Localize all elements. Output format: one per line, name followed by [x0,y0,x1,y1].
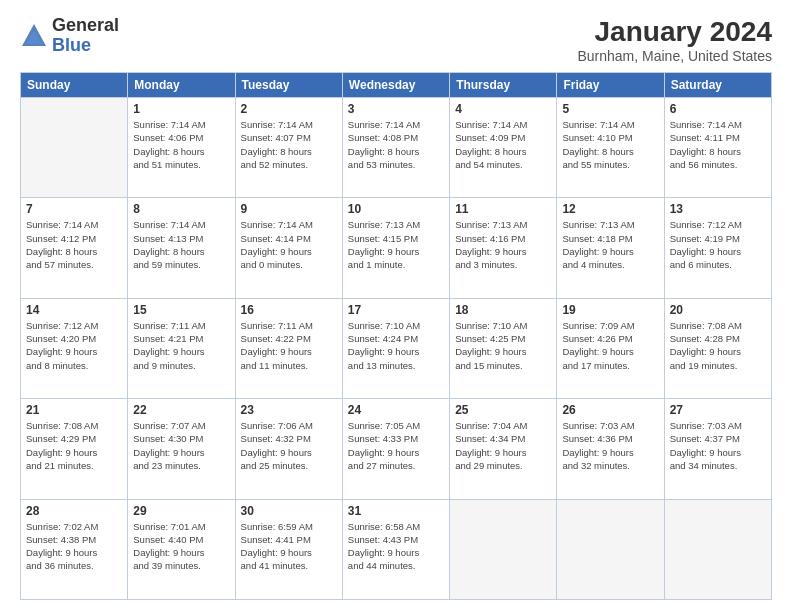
table-row [664,499,771,599]
logo-icon [20,22,48,50]
day-number: 29 [133,504,229,518]
col-saturday: Saturday [664,73,771,98]
day-info: Sunrise: 7:13 AMSunset: 4:18 PMDaylight:… [562,218,658,271]
day-number: 31 [348,504,444,518]
day-number: 13 [670,202,766,216]
day-info: Sunrise: 7:14 AMSunset: 4:12 PMDaylight:… [26,218,122,271]
table-row: 29Sunrise: 7:01 AMSunset: 4:40 PMDayligh… [128,499,235,599]
day-info: Sunrise: 7:14 AMSunset: 4:06 PMDaylight:… [133,118,229,171]
page: General Blue January 2024 Burnham, Maine… [0,0,792,612]
day-info: Sunrise: 6:58 AMSunset: 4:43 PMDaylight:… [348,520,444,573]
day-number: 9 [241,202,337,216]
day-number: 23 [241,403,337,417]
logo-blue: Blue [52,36,119,56]
day-info: Sunrise: 7:04 AMSunset: 4:34 PMDaylight:… [455,419,551,472]
day-info: Sunrise: 7:10 AMSunset: 4:25 PMDaylight:… [455,319,551,372]
day-number: 24 [348,403,444,417]
calendar-week-5: 28Sunrise: 7:02 AMSunset: 4:38 PMDayligh… [21,499,772,599]
table-row [450,499,557,599]
logo-general: General [52,16,119,36]
logo: General Blue [20,16,119,56]
col-friday: Friday [557,73,664,98]
day-number: 18 [455,303,551,317]
table-row: 13Sunrise: 7:12 AMSunset: 4:19 PMDayligh… [664,198,771,298]
table-row: 19Sunrise: 7:09 AMSunset: 4:26 PMDayligh… [557,298,664,398]
col-monday: Monday [128,73,235,98]
table-row: 18Sunrise: 7:10 AMSunset: 4:25 PMDayligh… [450,298,557,398]
day-info: Sunrise: 7:14 AMSunset: 4:13 PMDaylight:… [133,218,229,271]
header: General Blue January 2024 Burnham, Maine… [20,16,772,64]
day-info: Sunrise: 7:07 AMSunset: 4:30 PMDaylight:… [133,419,229,472]
table-row: 12Sunrise: 7:13 AMSunset: 4:18 PMDayligh… [557,198,664,298]
col-tuesday: Tuesday [235,73,342,98]
logo-text: General Blue [52,16,119,56]
calendar-week-4: 21Sunrise: 7:08 AMSunset: 4:29 PMDayligh… [21,399,772,499]
table-row: 17Sunrise: 7:10 AMSunset: 4:24 PMDayligh… [342,298,449,398]
table-row: 27Sunrise: 7:03 AMSunset: 4:37 PMDayligh… [664,399,771,499]
day-number: 25 [455,403,551,417]
calendar-week-2: 7Sunrise: 7:14 AMSunset: 4:12 PMDaylight… [21,198,772,298]
day-number: 2 [241,102,337,116]
day-info: Sunrise: 6:59 AMSunset: 4:41 PMDaylight:… [241,520,337,573]
table-row: 3Sunrise: 7:14 AMSunset: 4:08 PMDaylight… [342,98,449,198]
day-info: Sunrise: 7:12 AMSunset: 4:19 PMDaylight:… [670,218,766,271]
day-number: 28 [26,504,122,518]
day-info: Sunrise: 7:14 AMSunset: 4:08 PMDaylight:… [348,118,444,171]
table-row: 22Sunrise: 7:07 AMSunset: 4:30 PMDayligh… [128,399,235,499]
table-row: 26Sunrise: 7:03 AMSunset: 4:36 PMDayligh… [557,399,664,499]
table-row: 16Sunrise: 7:11 AMSunset: 4:22 PMDayligh… [235,298,342,398]
table-row: 21Sunrise: 7:08 AMSunset: 4:29 PMDayligh… [21,399,128,499]
day-info: Sunrise: 7:12 AMSunset: 4:20 PMDaylight:… [26,319,122,372]
title-location: Burnham, Maine, United States [577,48,772,64]
table-row: 10Sunrise: 7:13 AMSunset: 4:15 PMDayligh… [342,198,449,298]
table-row: 28Sunrise: 7:02 AMSunset: 4:38 PMDayligh… [21,499,128,599]
day-number: 27 [670,403,766,417]
day-info: Sunrise: 7:14 AMSunset: 4:11 PMDaylight:… [670,118,766,171]
day-number: 10 [348,202,444,216]
table-row: 25Sunrise: 7:04 AMSunset: 4:34 PMDayligh… [450,399,557,499]
day-number: 6 [670,102,766,116]
day-number: 22 [133,403,229,417]
day-info: Sunrise: 7:14 AMSunset: 4:10 PMDaylight:… [562,118,658,171]
day-number: 26 [562,403,658,417]
table-row: 20Sunrise: 7:08 AMSunset: 4:28 PMDayligh… [664,298,771,398]
day-number: 1 [133,102,229,116]
table-row [557,499,664,599]
col-wednesday: Wednesday [342,73,449,98]
day-info: Sunrise: 7:13 AMSunset: 4:16 PMDaylight:… [455,218,551,271]
table-row: 1Sunrise: 7:14 AMSunset: 4:06 PMDaylight… [128,98,235,198]
table-row: 11Sunrise: 7:13 AMSunset: 4:16 PMDayligh… [450,198,557,298]
day-number: 11 [455,202,551,216]
table-row: 14Sunrise: 7:12 AMSunset: 4:20 PMDayligh… [21,298,128,398]
day-info: Sunrise: 7:06 AMSunset: 4:32 PMDaylight:… [241,419,337,472]
day-number: 7 [26,202,122,216]
table-row: 4Sunrise: 7:14 AMSunset: 4:09 PMDaylight… [450,98,557,198]
day-info: Sunrise: 7:11 AMSunset: 4:21 PMDaylight:… [133,319,229,372]
day-number: 21 [26,403,122,417]
day-info: Sunrise: 7:08 AMSunset: 4:29 PMDaylight:… [26,419,122,472]
calendar-week-1: 1Sunrise: 7:14 AMSunset: 4:06 PMDaylight… [21,98,772,198]
day-info: Sunrise: 7:05 AMSunset: 4:33 PMDaylight:… [348,419,444,472]
table-row [21,98,128,198]
table-row: 5Sunrise: 7:14 AMSunset: 4:10 PMDaylight… [557,98,664,198]
day-info: Sunrise: 7:01 AMSunset: 4:40 PMDaylight:… [133,520,229,573]
col-thursday: Thursday [450,73,557,98]
header-row: Sunday Monday Tuesday Wednesday Thursday… [21,73,772,98]
day-number: 8 [133,202,229,216]
table-row: 15Sunrise: 7:11 AMSunset: 4:21 PMDayligh… [128,298,235,398]
day-info: Sunrise: 7:14 AMSunset: 4:09 PMDaylight:… [455,118,551,171]
day-info: Sunrise: 7:11 AMSunset: 4:22 PMDaylight:… [241,319,337,372]
day-number: 15 [133,303,229,317]
day-number: 12 [562,202,658,216]
day-info: Sunrise: 7:14 AMSunset: 4:14 PMDaylight:… [241,218,337,271]
day-info: Sunrise: 7:03 AMSunset: 4:37 PMDaylight:… [670,419,766,472]
calendar-week-3: 14Sunrise: 7:12 AMSunset: 4:20 PMDayligh… [21,298,772,398]
table-row: 7Sunrise: 7:14 AMSunset: 4:12 PMDaylight… [21,198,128,298]
day-info: Sunrise: 7:14 AMSunset: 4:07 PMDaylight:… [241,118,337,171]
day-number: 4 [455,102,551,116]
day-number: 19 [562,303,658,317]
table-row: 24Sunrise: 7:05 AMSunset: 4:33 PMDayligh… [342,399,449,499]
day-number: 5 [562,102,658,116]
table-row: 23Sunrise: 7:06 AMSunset: 4:32 PMDayligh… [235,399,342,499]
table-row: 30Sunrise: 6:59 AMSunset: 4:41 PMDayligh… [235,499,342,599]
